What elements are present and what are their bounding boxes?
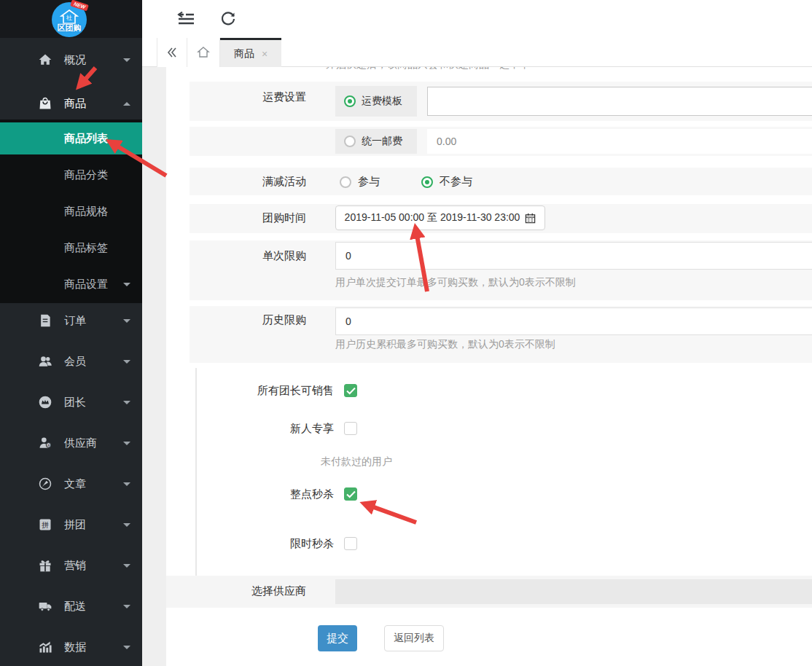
sidebar-item-orders[interactable]: 订单	[0, 305, 142, 337]
members-icon	[38, 354, 52, 369]
single-limit-helper: 用户单次提交订单最多可购买数，默认为0表示不限制	[335, 276, 576, 289]
refresh-icon[interactable]	[219, 10, 238, 28]
promo-notjoin-option[interactable]: 不参与	[421, 175, 472, 189]
data-icon	[38, 640, 52, 654]
date-range-value: 2019-11-05 00:00 至 2019-11-30 23:00	[345, 211, 520, 224]
supplier-label: 选择供应商	[190, 584, 306, 598]
chevron-down-icon	[123, 283, 130, 286]
shipping-label: 运费设置	[190, 90, 306, 104]
calendar-icon	[525, 213, 536, 224]
home-outline-icon	[197, 46, 210, 59]
svg-text:社: 社	[66, 15, 72, 21]
article-icon	[38, 477, 52, 491]
chevron-down-icon	[123, 401, 130, 404]
sidebar-item-articles[interactable]: 文章	[0, 468, 142, 500]
app-logo[interactable]: 社 区团购 NEW	[52, 2, 87, 37]
history-limit-label: 历史限购	[190, 313, 306, 327]
newcomer-checkbox[interactable]	[344, 422, 357, 435]
hourly-seckill-checkbox[interactable]	[344, 487, 357, 501]
svg-text:拼: 拼	[42, 521, 49, 529]
newcomer-helper: 未付款过的用户	[321, 455, 392, 469]
sidebar-item-product-category[interactable]: 商品分类	[0, 159, 142, 191]
hourly-seckill-label: 整点秒杀	[188, 487, 334, 501]
chevron-down-icon	[123, 646, 130, 649]
date-range-picker[interactable]: 2019-11-05 00:00 至 2019-11-30 23:00	[335, 205, 545, 230]
supplier-icon: 供	[38, 436, 52, 450]
chevron-down-icon	[123, 319, 130, 323]
promo-label: 满减活动	[190, 175, 306, 189]
sidebar-item-delivery[interactable]: 配送	[0, 590, 142, 622]
shipping-template-option[interactable]: 运费模板	[335, 86, 417, 117]
single-limit-input[interactable]	[335, 242, 812, 270]
scroll-tabs-left-button[interactable]	[157, 38, 187, 67]
supplier-select[interactable]	[335, 579, 812, 604]
sidebar-item-leaders[interactable]: 团长	[0, 386, 142, 418]
chevron-up-icon	[123, 102, 130, 106]
radio-selected-icon[interactable]	[344, 95, 356, 107]
bag-icon	[38, 96, 52, 111]
order-icon	[38, 313, 52, 328]
home-icon	[38, 52, 52, 67]
collapse-sidebar-icon[interactable]	[176, 10, 195, 28]
radio-selected-icon[interactable]	[421, 176, 433, 188]
form-panel: 开启快递后，该商品只会和快递商品一起下单 运费设置 运费模板 统一邮费 满减活动…	[166, 67, 812, 666]
back-to-list-button[interactable]: 返回列表	[384, 625, 444, 651]
timed-seckill-label: 限时秒杀	[188, 537, 334, 550]
history-limit-input[interactable]	[335, 307, 812, 335]
groupbuy-icon: 拼	[38, 517, 52, 532]
products-submenu: 商品列表 商品分类 商品规格 商品标签 商品设置	[0, 120, 142, 303]
flat-postage-input[interactable]	[427, 129, 812, 154]
submit-button[interactable]: 提交	[318, 625, 357, 651]
chevron-down-icon	[123, 482, 130, 486]
delivery-icon	[38, 599, 52, 614]
marketing-icon	[38, 558, 52, 573]
chevron-down-icon	[123, 58, 130, 62]
time-label: 团购时间	[190, 211, 306, 225]
history-limit-helper: 用户历史累积最多可购买数，默认为0表示不限制	[335, 338, 555, 351]
logo-strip: 社 区团购 NEW	[0, 0, 142, 38]
radio-unselected-icon[interactable]	[344, 136, 356, 147]
sidebar-item-data[interactable]: 数据	[0, 631, 142, 663]
single-limit-label: 单次限购	[190, 249, 306, 263]
tab-label: 商品	[234, 47, 254, 60]
sidebar-item-product-tag[interactable]: 商品标签	[0, 232, 142, 264]
close-icon[interactable]: ×	[262, 49, 268, 59]
sidebar-item-groupbuy[interactable]: 拼 拼团	[0, 509, 142, 541]
timed-seckill-checkbox[interactable]	[344, 537, 357, 550]
chevron-down-icon	[123, 605, 130, 608]
sidebar-item-product-settings[interactable]: 商品设置	[0, 268, 142, 300]
home-tab-button[interactable]	[187, 38, 220, 67]
flat-postage-option[interactable]: 统一邮费	[335, 129, 417, 154]
radio-unselected-icon[interactable]	[340, 176, 351, 188]
clipped-helper-text: 开启快递后，该商品只会和快递商品一起下单	[326, 67, 530, 71]
chevron-down-icon	[123, 442, 130, 445]
sidebar: 社 区团购 NEW 概况 商品 商品列表 商品分类 商品规格 商品标签 商品设置…	[0, 0, 142, 666]
chevron-down-icon	[123, 564, 130, 568]
sidebar-item-product-list[interactable]: 商品列表	[0, 122, 142, 154]
chevron-down-icon	[123, 523, 130, 527]
promo-join-option[interactable]: 参与	[340, 175, 380, 189]
check-icon	[346, 490, 356, 498]
sidebar-item-overview[interactable]: 概况	[0, 44, 142, 76]
check-icon	[346, 387, 356, 395]
topbar	[142, 0, 812, 38]
all-leaders-checkbox[interactable]	[344, 384, 357, 397]
chevron-down-icon	[123, 360, 130, 364]
tab-bar: 商品 ×	[142, 38, 812, 67]
sidebar-item-marketing[interactable]: 营销	[0, 549, 142, 581]
newcomer-label: 新人专享	[188, 422, 334, 435]
house-logo-icon: 社	[60, 9, 79, 24]
double-chevron-left-icon	[166, 47, 178, 58]
sidebar-item-members[interactable]: 会员	[0, 345, 142, 377]
tab-products[interactable]: 商品 ×	[220, 38, 281, 67]
sidebar-item-suppliers[interactable]: 供 供应商	[0, 427, 142, 459]
svg-text:供: 供	[47, 444, 50, 447]
all-leaders-label: 所有团长可销售	[188, 384, 334, 397]
page-gutter	[142, 67, 166, 666]
sidebar-item-product-spec[interactable]: 商品规格	[0, 195, 142, 227]
leader-icon	[38, 395, 52, 410]
shipping-template-input[interactable]	[427, 87, 812, 116]
sidebar-item-products[interactable]: 商品	[0, 87, 142, 120]
logo-text: 区团购	[58, 24, 82, 32]
